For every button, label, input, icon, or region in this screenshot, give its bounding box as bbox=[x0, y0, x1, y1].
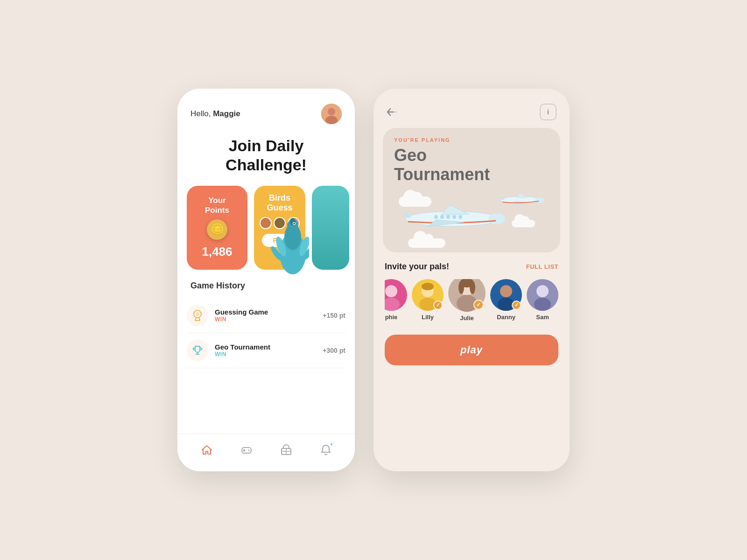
nav-game[interactable] bbox=[238, 441, 255, 458]
svg-point-40 bbox=[535, 197, 544, 203]
svg-point-34 bbox=[446, 215, 450, 219]
plane-scene bbox=[394, 192, 549, 252]
pal-item-sophie[interactable]: phie bbox=[385, 279, 407, 321]
points-card[interactable]: Your Points 🪙 1,486 bbox=[187, 186, 247, 270]
bottom-nav bbox=[177, 434, 355, 471]
user-name: Maggie bbox=[213, 109, 240, 118]
svg-line-15 bbox=[199, 317, 200, 321]
game-title-line2: Tournament bbox=[394, 165, 549, 184]
invite-title: Invite your pals! bbox=[385, 262, 449, 272]
svg-point-36 bbox=[458, 215, 462, 219]
home-icon bbox=[201, 444, 213, 456]
history-icon-2 bbox=[187, 340, 208, 361]
store-icon bbox=[280, 444, 292, 456]
greeting-text: Hello, Maggie bbox=[190, 109, 240, 119]
svg-line-14 bbox=[195, 317, 196, 321]
history-game-name: Guessing Game bbox=[215, 308, 316, 316]
svg-point-32 bbox=[434, 215, 438, 219]
points-value: 1,486 bbox=[202, 245, 232, 259]
history-list: Guessing Game WIN +150 pt Geo Tournament… bbox=[177, 298, 355, 368]
airplane-main bbox=[399, 201, 506, 234]
right-phone: i YOU'RE PLAYING Geo Tournament bbox=[374, 89, 570, 471]
history-status-1: WIN bbox=[215, 316, 316, 322]
birds-title: Birds Guess bbox=[267, 193, 292, 213]
svg-point-59 bbox=[534, 298, 551, 311]
svg-point-58 bbox=[536, 285, 549, 297]
svg-point-35 bbox=[452, 215, 456, 219]
pal-avatar-danny: ✓ bbox=[490, 279, 522, 311]
invite-section: Invite your pals! FULL LIST phie bbox=[374, 252, 570, 327]
lilly-check: ✓ bbox=[433, 301, 443, 310]
medal-icon bbox=[191, 309, 204, 322]
history-game-name-2: Geo Tournament bbox=[215, 343, 316, 351]
title-line1: Join Daily bbox=[190, 136, 342, 155]
pal-name-danny: Danny bbox=[497, 314, 515, 321]
svg-point-8 bbox=[294, 223, 295, 224]
history-icon-1 bbox=[187, 305, 208, 326]
julie-check: ✓ bbox=[473, 300, 484, 310]
pal-item-danny[interactable]: ✓ Danny bbox=[490, 279, 522, 321]
phone-header: Hello, Maggie bbox=[177, 89, 355, 132]
game-title-line1: Geo bbox=[394, 146, 549, 165]
pal-name-julie: Julie bbox=[460, 315, 474, 322]
pal-item-lilly[interactable]: ✓ Lilly bbox=[412, 279, 444, 321]
game-title: Geo Tournament bbox=[394, 146, 549, 184]
pal-item-sam[interactable]: Sam bbox=[527, 279, 558, 321]
history-info-2: Geo Tournament WIN bbox=[215, 343, 316, 357]
title-line2: Challenge! bbox=[190, 155, 342, 175]
user-avatar[interactable] bbox=[321, 104, 342, 124]
svg-point-17 bbox=[196, 312, 199, 316]
svg-point-55 bbox=[500, 285, 512, 297]
svg-point-33 bbox=[440, 215, 444, 219]
airplane-small bbox=[498, 192, 544, 208]
coin-icon: 🪙 bbox=[207, 219, 227, 240]
full-list-button[interactable]: FULL LIST bbox=[526, 263, 558, 270]
history-title: Game History bbox=[177, 281, 355, 298]
svg-point-24 bbox=[248, 450, 249, 451]
pal-name-lilly: Lilly bbox=[422, 314, 434, 321]
birds-card[interactable]: Birds Guess Play bbox=[254, 186, 305, 270]
history-points-1: +150 pt bbox=[323, 312, 345, 319]
back-button[interactable] bbox=[387, 108, 397, 116]
you-playing-label: YOU'RE PLAYING bbox=[394, 137, 549, 143]
peacock-decoration bbox=[267, 211, 309, 277]
svg-point-37 bbox=[488, 213, 505, 224]
history-info-1: Guessing Game WIN bbox=[215, 308, 316, 322]
game-top-bar: i bbox=[374, 89, 570, 128]
points-label2: Points bbox=[205, 206, 229, 215]
trophy-icon bbox=[191, 344, 204, 357]
back-arrow-icon bbox=[387, 108, 397, 116]
svg-point-53 bbox=[470, 281, 475, 294]
nav-bell[interactable] bbox=[317, 441, 334, 458]
svg-point-42 bbox=[385, 285, 397, 297]
cards-row: Your Points 🪙 1,486 Birds Guess Play bbox=[177, 186, 355, 281]
nav-store[interactable] bbox=[278, 441, 295, 458]
svg-point-1 bbox=[328, 108, 335, 115]
teal-card bbox=[312, 186, 349, 270]
pals-row: phie ✓ Lilly bbox=[385, 279, 558, 322]
sam-avatar bbox=[527, 279, 558, 311]
points-label: Your Points bbox=[205, 196, 229, 215]
history-item[interactable]: Guessing Game WIN +150 pt bbox=[187, 298, 345, 333]
svg-point-23 bbox=[247, 449, 248, 450]
gamepad-icon bbox=[240, 444, 253, 456]
history-status-2: WIN bbox=[215, 351, 316, 357]
sophie-avatar bbox=[385, 279, 407, 311]
left-phone: Hello, Maggie Join Daily Challenge! Your… bbox=[177, 89, 355, 471]
history-points-2: +300 pt bbox=[323, 347, 345, 354]
invite-header: Invite your pals! FULL LIST bbox=[385, 262, 558, 272]
main-title: Join Daily Challenge! bbox=[177, 132, 355, 186]
play-button[interactable]: play bbox=[385, 335, 558, 365]
game-hero: YOU'RE PLAYING Geo Tournament bbox=[383, 128, 560, 252]
history-item-2[interactable]: Geo Tournament WIN +300 pt bbox=[187, 333, 345, 368]
pal-avatar-sam bbox=[527, 279, 558, 311]
cloud-3 bbox=[408, 238, 445, 248]
danny-check: ✓ bbox=[512, 301, 521, 310]
pal-avatar-lilly: ✓ bbox=[412, 279, 444, 311]
hello-label: Hello, bbox=[190, 109, 213, 118]
cloud-2 bbox=[512, 220, 535, 227]
info-button[interactable]: i bbox=[540, 104, 557, 120]
nav-home[interactable] bbox=[198, 441, 215, 458]
pal-avatar-sophie bbox=[385, 279, 407, 311]
pal-item-julie[interactable]: ✓ Julie bbox=[448, 279, 486, 322]
